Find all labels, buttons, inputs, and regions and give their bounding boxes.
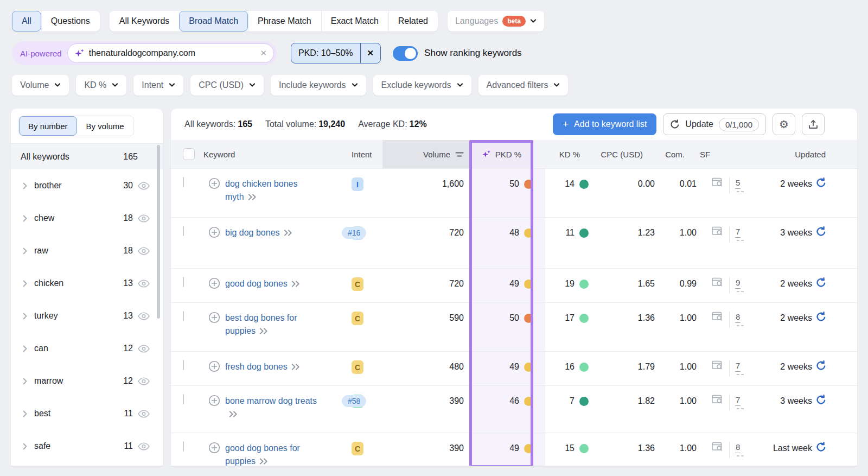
- serp-features-icon[interactable]: [712, 226, 724, 237]
- chevron-right-icon[interactable]: [23, 410, 27, 417]
- row-checkbox[interactable]: [183, 360, 184, 370]
- add-keyword-plus-icon[interactable]: [208, 395, 220, 407]
- all-keywords-row[interactable]: All keywords 165: [11, 143, 163, 169]
- export-button[interactable]: [802, 113, 825, 135]
- expand-keyword-icon[interactable]: [259, 458, 268, 465]
- chevron-right-icon[interactable]: [23, 215, 27, 222]
- expand-keyword-icon[interactable]: [229, 411, 238, 417]
- column-header-keyword[interactable]: Keyword: [203, 150, 347, 159]
- keyword-link[interactable]: fresh dog bones: [225, 360, 300, 373]
- scope-tab[interactable]: All: [12, 11, 41, 31]
- column-header-cpc[interactable]: CPC (USD): [584, 150, 646, 159]
- remove-pkd-filter-icon[interactable]: ✕: [360, 43, 381, 63]
- column-header-intent[interactable]: Intent: [347, 150, 382, 159]
- filter-dropdown[interactable]: Include keywords: [271, 75, 366, 96]
- add-keyword-plus-icon[interactable]: [208, 312, 220, 323]
- serp-features-icon[interactable]: [712, 277, 724, 288]
- match-type-tab[interactable]: Phrase Match: [248, 11, 321, 31]
- match-type-tab[interactable]: All Keywords: [110, 11, 179, 31]
- settings-button[interactable]: ⚙: [773, 113, 795, 135]
- column-header-sf[interactable]: SF: [689, 150, 735, 159]
- refresh-keyword-icon[interactable]: [816, 360, 826, 371]
- refresh-keyword-icon[interactable]: [816, 177, 826, 188]
- keyword-link[interactable]: bone marrow dog treats: [225, 395, 317, 421]
- clear-domain-icon[interactable]: ✕: [260, 48, 267, 58]
- add-keyword-plus-icon[interactable]: [208, 177, 220, 189]
- add-keyword-plus-icon[interactable]: [208, 442, 220, 454]
- sf-count[interactable]: 7: [735, 226, 741, 238]
- serp-features-icon[interactable]: [712, 177, 724, 188]
- chevron-right-icon[interactable]: [23, 313, 27, 320]
- update-button[interactable]: Update 0/1,000: [663, 113, 766, 135]
- eye-icon[interactable]: [138, 280, 150, 288]
- row-checkbox[interactable]: [183, 226, 184, 236]
- match-type-tab[interactable]: Broad Match: [179, 11, 248, 31]
- scope-tab[interactable]: Questions: [41, 11, 100, 31]
- add-keyword-plus-icon[interactable]: [208, 226, 220, 238]
- filter-dropdown[interactable]: Intent: [133, 75, 183, 96]
- eye-icon[interactable]: [138, 442, 150, 450]
- sf-count[interactable]: 7: [735, 360, 741, 372]
- column-header-pkd[interactable]: PKD %: [469, 140, 533, 168]
- sf-count[interactable]: 9: [735, 277, 741, 289]
- filter-dropdown[interactable]: KD %: [76, 75, 126, 96]
- keyword-group-item[interactable]: best 11: [11, 397, 163, 430]
- row-checkbox[interactable]: [183, 311, 184, 321]
- expand-keyword-icon[interactable]: [291, 364, 300, 370]
- serp-features-icon[interactable]: [712, 360, 724, 371]
- row-checkbox[interactable]: [183, 394, 184, 404]
- match-type-tab[interactable]: Exact Match: [321, 11, 388, 31]
- add-to-keyword-list-button[interactable]: + Add to keyword list: [553, 113, 656, 135]
- refresh-keyword-icon[interactable]: [816, 442, 826, 452]
- expand-keyword-icon[interactable]: [248, 194, 257, 200]
- keyword-link[interactable]: best dog bones for puppies: [225, 312, 317, 338]
- filter-dropdown[interactable]: Advanced filters: [478, 75, 569, 96]
- refresh-keyword-icon[interactable]: [816, 226, 826, 237]
- keyword-group-item[interactable]: brother 30: [11, 169, 163, 202]
- expand-keyword-icon[interactable]: [284, 230, 292, 236]
- sf-count[interactable]: 5: [735, 177, 741, 189]
- keyword-link[interactable]: dog chicken bones myth: [225, 177, 317, 204]
- keyword-link[interactable]: good dog bones: [225, 277, 300, 290]
- filter-dropdown[interactable]: Volume: [12, 75, 69, 96]
- keyword-group-item[interactable]: raw 18: [11, 234, 163, 267]
- eye-icon[interactable]: [138, 377, 150, 385]
- eye-icon[interactable]: [138, 312, 150, 320]
- serp-features-icon[interactable]: [712, 442, 724, 452]
- add-keyword-plus-icon[interactable]: [208, 360, 220, 372]
- chevron-right-icon[interactable]: [23, 345, 27, 352]
- eye-icon[interactable]: [138, 345, 150, 353]
- keyword-group-item[interactable]: can 12: [11, 332, 163, 365]
- expand-keyword-icon[interactable]: [291, 281, 300, 287]
- refresh-keyword-icon[interactable]: [816, 395, 826, 405]
- column-header-kd[interactable]: KD %: [533, 150, 584, 159]
- keyword-group-item[interactable]: chicken 13: [11, 267, 163, 300]
- refresh-keyword-icon[interactable]: [816, 312, 826, 322]
- row-checkbox[interactable]: [183, 277, 184, 287]
- filter-dropdown[interactable]: CPC (USD): [190, 75, 264, 96]
- add-keyword-plus-icon[interactable]: [208, 277, 220, 289]
- sidebar-sort-tab[interactable]: By volume: [77, 116, 133, 136]
- sidebar-sort-tab[interactable]: By number: [19, 116, 77, 136]
- serp-features-icon[interactable]: [712, 395, 724, 405]
- keyword-link[interactable]: good dog bones for puppies: [225, 442, 317, 466]
- keyword-group-item[interactable]: chew 18: [11, 202, 163, 234]
- refresh-keyword-icon[interactable]: [816, 277, 826, 288]
- sf-count[interactable]: 7: [735, 395, 741, 406]
- row-checkbox[interactable]: [183, 177, 184, 187]
- show-ranking-keywords-toggle[interactable]: [393, 46, 418, 61]
- chevron-right-icon[interactable]: [23, 378, 27, 385]
- chevron-right-icon[interactable]: [23, 182, 27, 189]
- eye-icon[interactable]: [138, 214, 150, 223]
- keyword-group-item[interactable]: marrow 12: [11, 365, 163, 397]
- column-header-com[interactable]: Com.: [646, 150, 689, 159]
- expand-keyword-icon[interactable]: [259, 328, 268, 334]
- eye-icon[interactable]: [138, 247, 150, 255]
- serp-features-icon[interactable]: [712, 312, 724, 322]
- sf-count[interactable]: 8: [735, 312, 741, 323]
- languages-dropdown[interactable]: Languages beta: [448, 11, 544, 31]
- keyword-group-item[interactable]: safe 11: [11, 430, 163, 462]
- filter-dropdown[interactable]: Exclude keywords: [373, 75, 471, 96]
- chevron-right-icon[interactable]: [23, 443, 27, 450]
- domain-input[interactable]: thenaturaldogcompany.com ✕: [67, 43, 274, 63]
